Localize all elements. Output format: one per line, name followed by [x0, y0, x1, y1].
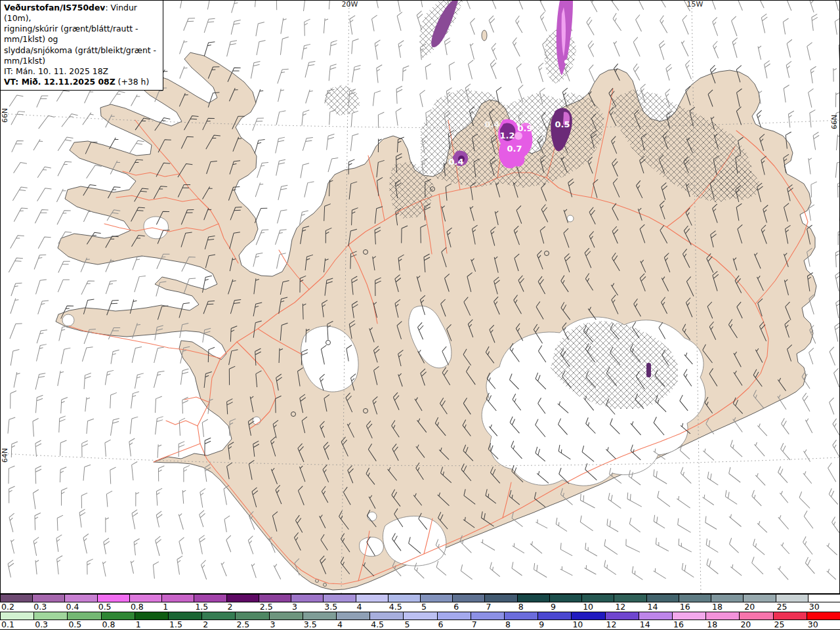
rain-scale-cell: [0, 612, 34, 620]
rain-scale-cell: [135, 612, 169, 620]
rain-scale-cell: [471, 612, 505, 620]
sleet-scale-cell: [226, 595, 259, 602]
rain-scale-cell: [605, 612, 639, 620]
sleet-scale-cell: [323, 595, 356, 602]
sleet-scale-cell: [452, 595, 485, 602]
sleet-scale-tick-label: 0.2: [1, 602, 14, 612]
sleet-scale-tick-label: 3: [292, 602, 297, 612]
rain-scale-cell: [403, 612, 437, 620]
sleet-scale-cell: [711, 595, 744, 602]
sleet-scale-tick-label: 3.5: [324, 602, 337, 612]
snaefellsjokull-glacier: [62, 314, 74, 326]
rain-scale-cell: [739, 612, 773, 620]
sleet-scale-tick-label: 12: [615, 602, 625, 612]
rain-scale-cell: [67, 612, 101, 620]
sleet-scale-tick-label: 30: [809, 602, 820, 612]
sleet-scale-cell: [32, 595, 65, 602]
rain-scale-cell: [705, 612, 740, 620]
rain-scale-cell: [437, 612, 471, 620]
lake: [253, 417, 261, 425]
rain-scale-tick-label: 3: [270, 620, 276, 629]
title-line-valid-time: VT: Mið. 12.11.2025 08Z (+38 h): [4, 77, 159, 87]
rain-scale-cell: [639, 612, 673, 620]
rain-scale-tick-label: 0.5: [68, 620, 81, 629]
title-line-rain-legend: rigning/skúrir (grænt/blátt/rautt - mm/1…: [4, 24, 159, 45]
sleet-scale-tick-label: 8: [518, 602, 524, 612]
rain-scale-cell: [807, 612, 840, 620]
sleet-scale-cell: [388, 595, 421, 602]
rain-scale-tick-label: 4.5: [371, 620, 384, 629]
rain-scale-tick-label: 18: [707, 620, 717, 629]
rain-scale-tick-label: 12: [606, 620, 617, 629]
graticule-label-top: 15W: [687, 1, 704, 9]
sleet-scale-tick-label: 1.5: [195, 602, 208, 612]
small-glacier: [368, 512, 377, 521]
sleet-scale-cell: [614, 595, 646, 602]
sleet-scale-tick-label: 7: [486, 602, 491, 612]
sleet-scale-cell: [549, 595, 582, 602]
rain-scale-tick-label: 20: [740, 620, 751, 629]
rain-scale-cell: [33, 612, 68, 620]
rain-scale-tick-label: 10: [572, 620, 583, 629]
rain-scale-tick-label: 4: [337, 620, 343, 629]
rain-scale-cell: [303, 612, 337, 620]
sleet-scale-cell: [517, 595, 550, 602]
precip-cell: [646, 363, 651, 377]
rain-scale-tick-label: 0.3: [35, 620, 48, 629]
rain-scale-tick-label: 5: [404, 620, 410, 629]
rain-scale-cell: [168, 612, 202, 620]
sleet-scale-tick-label: 4: [357, 602, 362, 612]
sleet-scale-cell: [97, 595, 130, 602]
rain-scale-cell: [672, 612, 706, 620]
rain-scale-cell: [537, 612, 572, 620]
rain-scale-cell: [773, 612, 807, 620]
rain-scale-cell: [336, 612, 370, 620]
rain-scale-labels: 0.10.30.50.811.522.533.544.5567891012141…: [0, 620, 840, 629]
rain-scale-tick-label: 8: [505, 620, 511, 629]
rain-scale-tick-label: 2: [203, 620, 208, 629]
sleet-scale-tick-label: 4.5: [389, 602, 402, 612]
precip-value-label: 0.5: [555, 119, 570, 129]
sleet-scale-cell: [291, 595, 324, 602]
sleet-scale-cell: [64, 595, 97, 602]
rain-scale-cell: [571, 612, 605, 620]
sleet-scale-tick-label: 2: [228, 602, 233, 612]
sleet-scale-tick-label: 0.4: [66, 602, 79, 612]
sleet-scale-cell: [194, 595, 226, 602]
sleet-scale-cell: [259, 595, 291, 602]
precip-value-label: 0.9: [517, 123, 532, 133]
sleet-scale-cell: [161, 595, 194, 602]
precip-value-label: 0.4: [448, 157, 463, 167]
sleet-scale-tick-label: 20: [744, 602, 755, 612]
rain-scale-tick-label: 14: [640, 620, 650, 629]
sleet-scale-cell: [646, 595, 679, 602]
precip-value-label: 0.4: [484, 119, 499, 129]
rain-scale-cell: [504, 612, 538, 620]
sleet-scale-tick-label: 0.8: [131, 602, 144, 612]
sleet-scale-tick-label: 14: [648, 602, 658, 612]
sleet-scale-cell: [356, 595, 388, 602]
sleet-scale-tick-label: 10: [583, 602, 593, 612]
sleet-scale-tick-label: 5: [421, 602, 427, 612]
drangajokull-glacier: [144, 217, 169, 239]
sleet-scale-tick-label: 18: [712, 602, 723, 612]
rain-scale-tick-label: 25: [774, 620, 785, 629]
rain-scale-tick-label: 30: [808, 620, 818, 629]
rain-scale-tick-label: 9: [539, 620, 544, 629]
title-line-sleet-legend: slydda/snjókoma (grátt/bleikt/grænt - mm…: [4, 45, 159, 66]
sleet-scale-labels: 0.20.30.40.50.811.522.533.544.5567891012…: [0, 602, 840, 612]
precip-value-label: 1.2: [499, 131, 514, 140]
sleet-scale-tick-label: 1: [163, 602, 168, 612]
sleet-scale-cell: [0, 595, 33, 602]
graticule-label-right: 66N: [830, 115, 839, 129]
rain-scale-tick-label: 0.8: [102, 620, 116, 629]
rain-scale-tick-label: 6: [438, 620, 444, 629]
rain-scale-tick-label: 2.5: [236, 620, 249, 629]
title-line-init-time: IT: Mán. 10. 11. 2025 18Z: [4, 66, 159, 77]
rain-scale-tick-label: 1.5: [169, 620, 182, 629]
sleet-scale-tick-label: 25: [777, 602, 788, 612]
rain-scale-cell: [201, 612, 236, 620]
rain-scale-tick-label: 3.5: [304, 620, 317, 629]
graticule-label-left: 66N: [1, 108, 9, 123]
sleet-scale-tick-label: 0.3: [33, 602, 47, 612]
